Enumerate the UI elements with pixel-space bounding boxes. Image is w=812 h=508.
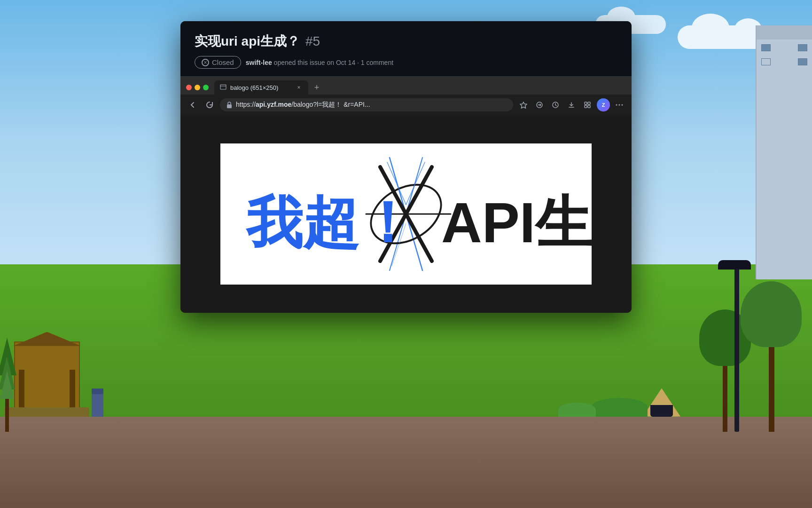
- issue-number: #5: [305, 34, 320, 49]
- url-bar[interactable]: https://api.yzf.moe/balogo?l=我超！ &r=API.…: [220, 98, 513, 111]
- address-bar: https://api.yzf.moe/balogo?l=我超！ &r=API.…: [180, 95, 632, 115]
- issue-header: 实现uri api生成？ #5 Closed swift-lee opened …: [180, 21, 632, 77]
- bushes-2: [558, 403, 596, 417]
- closed-badge: Closed: [195, 56, 241, 69]
- issue-meta-row: Closed swift-lee opened this issue on Oc…: [195, 56, 617, 69]
- browser-chrome: balogo (651×250) × +: [180, 77, 632, 115]
- new-tab-button[interactable]: +: [310, 81, 323, 94]
- svg-point-10: [616, 104, 617, 106]
- logo-right-text: API生成: [441, 191, 592, 254]
- history-icon[interactable]: [549, 98, 562, 111]
- lock-icon: [226, 102, 232, 108]
- svg-point-11: [619, 104, 620, 106]
- sync-icon[interactable]: [533, 98, 546, 111]
- right-area: [671, 0, 812, 508]
- toolbar-icons: Z: [517, 98, 626, 111]
- tab-close-button[interactable]: ×: [295, 84, 303, 91]
- browser-tab-active[interactable]: balogo (651×250) ×: [214, 80, 308, 95]
- more-options-icon[interactable]: [613, 98, 626, 111]
- tab-bar: balogo (651×250) × +: [180, 77, 632, 95]
- svg-point-12: [622, 104, 623, 106]
- download-icon[interactable]: [565, 98, 578, 111]
- back-button[interactable]: [186, 98, 199, 111]
- svg-rect-2: [227, 104, 232, 108]
- svg-rect-0: [220, 85, 226, 89]
- bushes: [591, 398, 648, 417]
- profile-avatar[interactable]: Z: [597, 98, 610, 111]
- left-structures: [5, 276, 99, 417]
- issue-meta-text: swift-lee opened this issue on Oct 14 · …: [246, 59, 393, 66]
- traffic-light-green[interactable]: [203, 85, 209, 90]
- svg-rect-8: [585, 105, 587, 108]
- traffic-light-red[interactable]: [186, 85, 192, 90]
- closed-label: Closed: [212, 58, 234, 66]
- tab-favicon-icon: [220, 84, 226, 91]
- ui-panel: 实现uri api生成？ #5 Closed swift-lee opened …: [180, 21, 632, 313]
- traffic-lights: [186, 85, 209, 90]
- issue-author: swift-lee: [246, 59, 272, 66]
- grid-icon[interactable]: [581, 98, 594, 111]
- url-text: https://api.yzf.moe/balogo?l=我超！ &r=API.…: [236, 101, 507, 109]
- left-tree: [0, 314, 14, 432]
- svg-marker-3: [520, 102, 527, 108]
- browser-window: balogo (651×250) × +: [180, 77, 632, 313]
- bookmark-icon[interactable]: [517, 98, 530, 111]
- svg-rect-9: [588, 105, 590, 108]
- logo-left-text: 我超！: [245, 191, 415, 254]
- logo-display: 我超！ API生成: [220, 143, 592, 285]
- issue-meta-detail: opened this issue on Oct 14 · 1 comment: [274, 59, 393, 66]
- svg-rect-6: [585, 102, 587, 104]
- refresh-button[interactable]: [203, 98, 216, 111]
- traffic-light-yellow[interactable]: [195, 85, 200, 90]
- issue-title-row: 实现uri api生成？ #5: [195, 32, 617, 50]
- tent: [643, 389, 680, 417]
- browser-content: 我超！ API生成: [180, 115, 632, 313]
- closed-icon: [202, 59, 209, 66]
- svg-rect-7: [588, 102, 590, 104]
- tab-title: balogo (651×250): [230, 84, 291, 91]
- issue-title: 实现uri api生成？: [195, 32, 300, 50]
- logo-svg: 我超！ API生成: [220, 143, 592, 285]
